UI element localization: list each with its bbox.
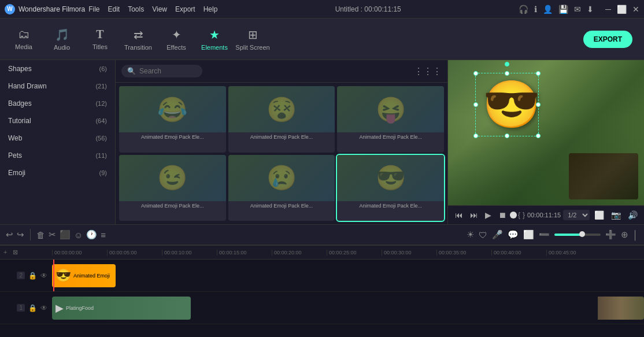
grid-view-icon[interactable]: ⋮⋮⋮ [414,66,442,77]
fit-icon[interactable]: ⊕ [621,229,628,240]
bg-video-3 [119,155,226,201]
zoom-out-icon[interactable]: ➖ [539,229,550,240]
toolbar-effects[interactable]: ✦ Effects [158,21,194,58]
clip-video[interactable]: ▶ PlatingFood [52,297,191,320]
menu-help[interactable]: Help [203,5,218,13]
menu-export[interactable]: Export [175,5,195,13]
menu-bar: File Edit Tools View Export Help [88,5,217,13]
search-input-wrap[interactable]: 🔍 [121,65,202,77]
sun-icon[interactable]: ☀ [467,229,474,240]
rewind-button[interactable]: ⏮ [453,209,465,221]
collapse-icon[interactable]: │ [633,230,638,240]
selection-box[interactable] [475,73,539,136]
handle-mid-left[interactable] [473,102,478,107]
titlebar-right-icons: 🎧 ℹ 👤 💾 ✉ ⬇ ─ ⬜ ✕ [519,5,639,14]
download-icon[interactable]: ⬇ [587,5,594,14]
info-icon[interactable]: ℹ [534,5,537,14]
handle-top-mid[interactable] [505,71,509,76]
track-eye-1[interactable]: 👁 [40,304,47,312]
grid-item-1[interactable]: 😵 Animated Emoji Pack Ele... [228,86,335,153]
zoom-in-icon[interactable]: ➕ [605,229,616,240]
mic-icon[interactable]: 🎤 [492,229,503,240]
sidebar-shapes-count: (6) [99,65,107,72]
redo-icon[interactable]: ↪ [17,229,24,240]
restore-icon[interactable]: ⬜ [617,5,627,14]
handle-top-left[interactable] [473,71,478,76]
headphones-icon[interactable]: 🎧 [519,5,528,14]
quality-select[interactable]: 1/2 Full 1/4 [563,210,590,220]
sidebar-item-handdrawn[interactable]: Hand Drawn (21) [0,77,115,95]
save-icon[interactable]: 💾 [558,5,568,14]
ruler-2: 00:00:10:00 [162,250,217,255]
grid-item-0[interactable]: 😂 Animated Emoji Pack Ele... [119,86,226,153]
toolbar-audio[interactable]: 🎵 Audio [44,21,80,58]
audio-button[interactable]: 🔊 [626,209,640,221]
speed-icon[interactable]: 🕐 [86,229,97,240]
transition-icon: ⇄ [134,28,143,42]
menu-view[interactable]: View [152,5,167,13]
toolbar-titles[interactable]: T Titles [82,21,118,58]
timeline-add-track[interactable]: + [0,249,10,256]
track-lock-1[interactable]: 🔒 [28,304,37,312]
timeline-magnet[interactable]: ⊠ [10,249,20,256]
grid-item-4[interactable]: 😢 Animated Emoji Pack Ele... [228,155,335,221]
toolbar-transition[interactable]: ⇄ Transition [120,21,156,58]
emoji-edit-icon[interactable]: ☺ [74,230,83,240]
cut-icon[interactable]: ✂ [49,229,56,240]
grid-item-2[interactable]: 😝 Animated Emoji Pack Ele... [337,86,444,153]
crop-icon[interactable]: ⬛ [60,229,71,240]
toolbar-elements[interactable]: ★ Elements [197,21,232,58]
handle-bot-mid[interactable] [505,134,509,138]
time-display: 00:00:11:15 [527,212,561,219]
undo-icon[interactable]: ↩ [6,229,13,240]
play-button[interactable]: ▶ [483,209,494,221]
chat-icon[interactable]: 💬 [508,229,519,240]
ruler-marks: 00:00:00:00 00:00:05:00 00:00:10:00 00:0… [52,250,644,255]
grid-item-5[interactable]: 😎 Animated Emoji Pack Ele... [337,155,444,221]
layout-icon[interactable]: ⬜ [523,229,534,240]
close-icon[interactable]: ✕ [632,5,639,14]
person-icon[interactable]: 👤 [543,5,553,14]
handle-top-right[interactable] [536,71,541,76]
sidebar-item-shapes[interactable]: Shapes (6) [0,60,115,77]
sidebar-item-badges[interactable]: Badges (12) [0,95,115,112]
sidebar-item-pets[interactable]: Pets (11) [0,147,115,164]
menu-file[interactable]: File [88,5,99,13]
search-input[interactable] [139,67,197,75]
step-back-button[interactable]: ⏭ [468,209,480,221]
clip-emoji[interactable]: 😎 Animated Emoji [52,264,116,287]
sidebar-item-tutorial[interactable]: Tutorial (64) [0,112,115,129]
delete-icon[interactable]: 🗑 [36,230,45,240]
view-mode-button[interactable]: ⬜ [592,209,606,221]
toolbar-media[interactable]: 🗂 Media [6,21,42,58]
clip-video-label: PlatingFood [66,305,94,311]
export-button[interactable]: EXPORT [583,31,632,48]
toolbar-transition-label: Transition [124,44,152,51]
timeline: + ⊠ 00:00:00:00 00:00:05:00 00:00:10:00 … [0,245,644,337]
handle-mid-right[interactable] [536,102,541,107]
handle-bot-left[interactable] [473,134,478,138]
zoom-slider[interactable] [554,234,601,236]
screenshot-button[interactable]: 📷 [609,209,623,221]
stop-button[interactable]: ⏹ [496,209,509,221]
shield-icon[interactable]: 🛡 [479,230,487,240]
track-eye-2[interactable]: 👁 [40,272,47,280]
sidebar-item-web[interactable]: Web (56) [0,129,115,147]
menu-tools[interactable]: Tools [128,5,144,13]
toolbar-splitscreen[interactable]: ⊞ Split Screen [235,21,271,58]
zoom-knob[interactable] [579,231,585,237]
audio-track-icon[interactable]: ≡ [101,230,106,240]
grid-item-3[interactable]: 😉 Animated Emoji Pack Ele... [119,155,226,221]
minimize-icon[interactable]: ─ [605,5,611,14]
track-lock-2[interactable]: 🔒 [28,272,37,280]
mail-icon[interactable]: ✉ [574,5,581,14]
menu-edit[interactable]: Edit [108,5,120,13]
sidebar-pets-count: (11) [95,152,107,159]
bracket-start[interactable]: { [518,211,520,219]
progress-knob[interactable] [510,212,517,219]
search-icon: 🔍 [127,67,136,75]
bracket-end[interactable]: } [523,211,525,219]
rotate-handle[interactable] [505,62,509,66]
handle-bot-right[interactable] [536,134,541,138]
sidebar-item-emoji[interactable]: Emoji (9) [0,164,115,182]
